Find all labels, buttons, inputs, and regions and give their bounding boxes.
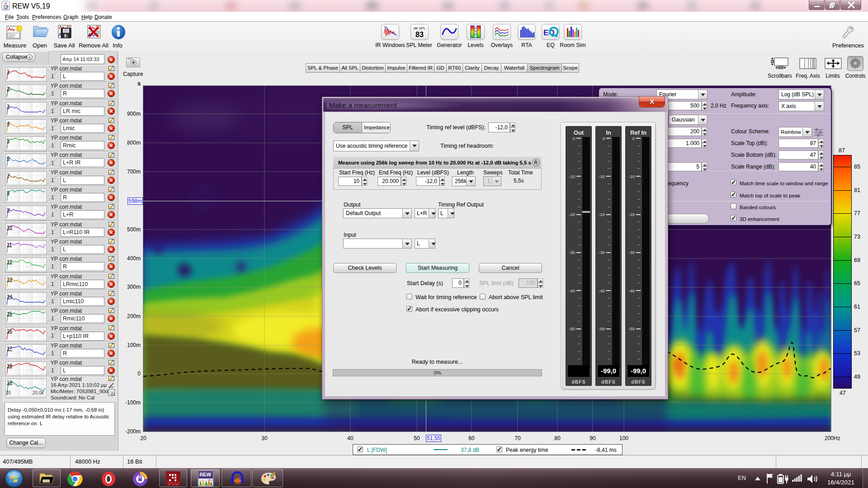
svg-text:-50: -50 bbox=[569, 326, 575, 331]
svg-text:REW: REW bbox=[199, 472, 211, 477]
svg-text:3: 3 bbox=[475, 30, 476, 33]
svg-text:-20: -20 bbox=[599, 212, 605, 217]
svg-text:-50: -50 bbox=[599, 326, 605, 331]
svg-text:6: 6 bbox=[475, 33, 476, 36]
svg-text:-40: -40 bbox=[569, 288, 575, 293]
svg-text:-10: -10 bbox=[628, 174, 635, 179]
svg-text:83: 83 bbox=[415, 31, 424, 38]
svg-text:-40: -40 bbox=[599, 288, 605, 293]
svg-text:-30: -30 bbox=[628, 250, 635, 255]
svg-text:-20: -20 bbox=[628, 212, 635, 217]
svg-text:-30: -30 bbox=[599, 250, 605, 255]
svg-text:9: 9 bbox=[475, 36, 476, 39]
svg-text:dB SPL: dB SPL bbox=[413, 26, 426, 30]
svg-text:-10: -10 bbox=[599, 174, 605, 179]
svg-text:-20: -20 bbox=[569, 212, 575, 217]
svg-text:-30: -30 bbox=[569, 250, 575, 255]
svg-text:-50: -50 bbox=[628, 326, 635, 331]
svg-text:0: 0 bbox=[632, 136, 635, 141]
svg-text:-40: -40 bbox=[628, 288, 635, 293]
svg-text:0: 0 bbox=[573, 136, 575, 141]
svg-text:-10: -10 bbox=[569, 174, 575, 179]
svg-text:0: 0 bbox=[603, 136, 605, 141]
svg-text:0: 0 bbox=[475, 27, 476, 29]
